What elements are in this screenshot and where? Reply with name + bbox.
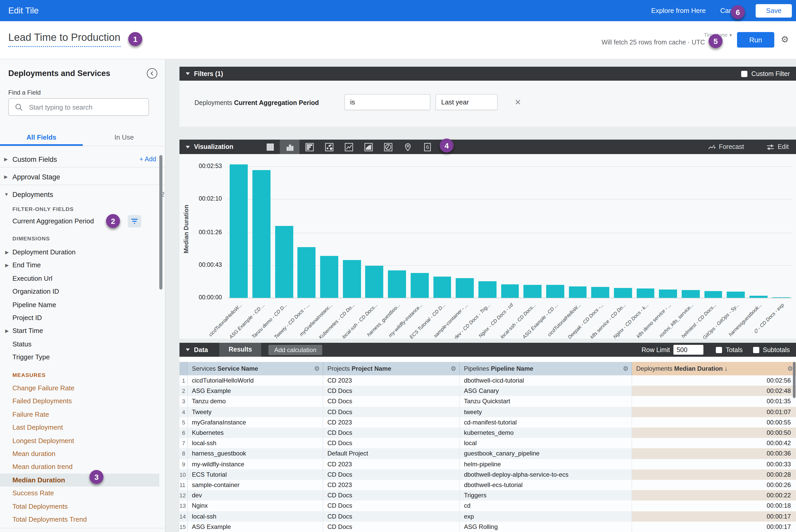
bar-19[interactable] — [636, 289, 654, 298]
collapse-caret-icon[interactable] — [186, 72, 190, 75]
dimension-trigger-type[interactable]: Trigger Type — [0, 350, 159, 363]
bar-9[interactable] — [411, 273, 429, 298]
column-header-project-name[interactable]: Projects Project Name⚙ — [323, 362, 460, 375]
table-row[interactable]: 6KubernetesCD Docskubernetes_demo00:00:5… — [180, 428, 796, 438]
column-gear-icon[interactable]: ⚙ — [314, 365, 320, 372]
explore-from-here-link[interactable]: Explore from Here — [651, 7, 706, 15]
measure-total-deployments-trend[interactable]: Total Deployments Trend — [0, 513, 159, 526]
area-chart-icon[interactable] — [358, 139, 378, 154]
measure-median-duration[interactable]: Median Duration — [0, 474, 159, 487]
save-button[interactable]: Save — [756, 4, 792, 17]
table-row[interactable]: 12devCD DocsTriggers00:00:22 — [180, 490, 796, 500]
bar-6[interactable] — [343, 260, 361, 298]
results-tab[interactable]: Results — [219, 343, 261, 357]
bar-5[interactable] — [320, 256, 338, 298]
sidebar-group-approval-stage[interactable]: ▶ Approval Stage — [0, 169, 166, 185]
bar-22[interactable] — [704, 291, 722, 298]
bar-12[interactable] — [478, 281, 497, 298]
table-row[interactable]: 1cicdTutorialHelloWorldCD 2023dbothwell-… — [180, 375, 796, 386]
table-row[interactable]: 10ECS TutorialCD Docsdbothwell-deploy-al… — [180, 470, 796, 480]
remove-filter-icon[interactable]: ✕ — [515, 98, 521, 107]
dimension-status[interactable]: Status — [0, 338, 159, 350]
bar-11[interactable] — [456, 278, 474, 298]
dimension-project-id[interactable]: Project ID — [0, 311, 159, 324]
bar-13[interactable] — [501, 284, 519, 298]
expand-caret-icon[interactable]: ▶ — [5, 249, 14, 254]
bar-21[interactable] — [682, 290, 700, 298]
column-chart-icon[interactable] — [280, 139, 299, 154]
run-button[interactable]: Run — [737, 32, 774, 48]
table-row[interactable]: 2ASG ExampleCD DocsASG Canary00:02:48 — [180, 386, 796, 396]
column-header-median-duration[interactable]: Deployments Median Duration ↓⚙ — [632, 362, 796, 375]
column-gear-icon[interactable]: ⚙ — [787, 365, 793, 372]
single-value-icon[interactable]: 6 — [418, 139, 437, 154]
row-limit-input[interactable] — [673, 345, 703, 355]
bar-3[interactable] — [275, 226, 293, 298]
add-custom-field-button[interactable]: + Add — [140, 156, 156, 163]
bar-7[interactable] — [366, 266, 384, 298]
measure-mean-duration-trend[interactable]: Mean duration trend — [0, 460, 159, 473]
forecast-button[interactable]: Forecast — [708, 143, 744, 150]
bar-16[interactable] — [569, 286, 587, 298]
table-row[interactable]: 4TweetyCD Docstweety00:01:07 — [180, 406, 796, 417]
measure-last-deployment[interactable]: Last Deployment — [0, 421, 159, 434]
table-icon[interactable] — [260, 139, 280, 154]
table-row[interactable]: 7local-sshCD Docslocal00:00:42 — [180, 438, 796, 448]
bar-10[interactable] — [433, 277, 451, 298]
filter-by-field-button[interactable] — [128, 215, 141, 227]
filter-value-input[interactable]: Last year — [436, 94, 498, 110]
expand-caret-icon[interactable]: ▶ — [4, 174, 13, 179]
median-duration-bar-chart[interactable]: Median Duration 00:00:0000:00:4300:01:26… — [180, 154, 796, 339]
bar-17[interactable] — [591, 287, 609, 298]
collapse-caret-icon[interactable] — [186, 348, 190, 351]
scatter-plot-icon[interactable] — [319, 139, 339, 154]
measure-failure-rate[interactable]: Failure Rate — [0, 408, 159, 421]
totals-checkbox[interactable] — [716, 347, 722, 353]
table-row[interactable]: 9my-wildfly-instanceCD 2023helm-pipeline… — [180, 459, 796, 469]
expand-caret-icon[interactable]: ▶ — [5, 263, 14, 268]
measure-failed-deployments[interactable]: Failed Deployments — [0, 395, 159, 408]
bar-24[interactable] — [749, 296, 767, 298]
bar-23[interactable] — [727, 292, 745, 298]
dimension-pipeline-name[interactable]: Pipeline Name — [0, 298, 159, 311]
custom-filter-checkbox[interactable] — [741, 71, 747, 77]
column-gear-icon[interactable]: ⚙ — [623, 365, 628, 372]
bar-15[interactable] — [546, 285, 564, 298]
column-gear-icon[interactable]: ⚙ — [450, 365, 456, 372]
dimension-end-time[interactable]: ▶End Time — [0, 259, 159, 272]
search-input[interactable] — [28, 102, 138, 111]
collapse-caret-icon[interactable] — [186, 146, 190, 148]
table-row[interactable]: 8harness_guestbookDefault Projectguestbo… — [180, 449, 796, 459]
expand-caret-icon[interactable]: ▶ — [5, 328, 14, 334]
table-scrollbar-thumb[interactable] — [793, 362, 795, 398]
edit-visualization-button[interactable]: Edit — [767, 143, 789, 150]
sidebar-scrollbar-thumb[interactable] — [159, 155, 162, 289]
bar-18[interactable] — [614, 288, 632, 298]
sidebar-group-custom-fields[interactable]: ▶ Custom Fields + Add — [0, 151, 166, 167]
settings-gear-icon[interactable]: ⚙ — [781, 34, 789, 45]
subtotals-checkbox[interactable] — [753, 347, 759, 353]
bar-1[interactable] — [230, 164, 248, 298]
collapse-sidebar-icon[interactable] — [146, 68, 158, 79]
dimension-organization-id[interactable]: Organization ID — [0, 285, 159, 298]
bar-4[interactable] — [298, 247, 316, 298]
collapse-caret-icon[interactable]: ▼ — [4, 192, 13, 197]
tab-in-use[interactable]: In Use — [83, 129, 166, 146]
column-header-pipeline-name[interactable]: Pipelines Pipeline Name⚙ — [460, 362, 632, 375]
field-search-box[interactable] — [8, 98, 149, 116]
measure-success-rate[interactable]: Success Rate — [0, 487, 159, 499]
sidebar-group-deployments[interactable]: ▼ Deployments 2 — [0, 187, 166, 202]
add-calculation-button[interactable]: Add calculation — [269, 345, 322, 355]
bar-25[interactable] — [772, 297, 790, 298]
table-row[interactable]: 14local-sshCD Docsexp00:00:17 — [180, 511, 796, 521]
dimension-start-time[interactable]: ▶Start Time — [0, 324, 159, 337]
filter-operator-select[interactable]: is — [345, 94, 430, 110]
tab-all-fields[interactable]: All Fields — [0, 129, 83, 146]
column-header-service-name[interactable]: Services Service Name⚙ — [188, 362, 323, 375]
dimension-deployment-duration[interactable]: ▶Deployment Duration — [0, 246, 159, 259]
expand-caret-icon[interactable]: ▶ — [4, 157, 13, 162]
bar-8[interactable] — [388, 270, 406, 298]
measure-longest-deployment[interactable]: Longest Deployment — [0, 434, 159, 447]
measure-total-deployments[interactable]: Total Deployments — [0, 500, 159, 513]
bar-20[interactable] — [659, 289, 677, 298]
